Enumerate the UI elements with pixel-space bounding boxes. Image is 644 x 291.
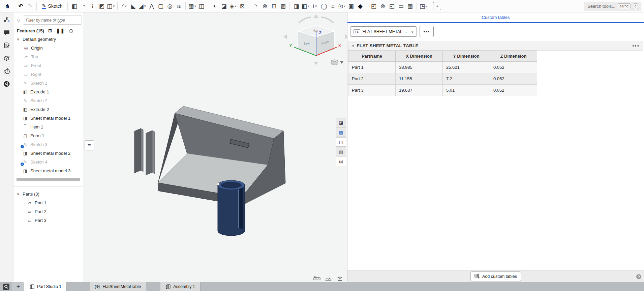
tree-item-extrude-1[interactable]: ◧Extrude 1: [13, 87, 83, 96]
delete-face-icon[interactable]: ⊗: [260, 1, 269, 11]
rib-icon[interactable]: ⋀: [147, 1, 156, 11]
graphics-canvas[interactable]: Top Left Front Z X Y ≣ ◪▦◫▥(x): [83, 12, 347, 282]
boolean-icon[interactable]: ◐: [210, 1, 219, 11]
document-tab-part-studio-1[interactable]: Part Studio 1: [24, 282, 67, 291]
parts-table-icon[interactable]: ▥: [336, 147, 346, 156]
table-cell[interactable]: 11.155: [396, 73, 443, 85]
tree-item-hem-1[interactable]: ⌒Hem 1: [13, 122, 83, 131]
tree-item-parts[interactable]: ∨ Parts (3): [13, 190, 83, 198]
table-cell[interactable]: 7.2: [443, 73, 490, 85]
custom-tables-tab[interactable]: Custom tables: [347, 12, 644, 23]
collapse-caret-icon[interactable]: ∨: [352, 44, 354, 48]
part-item[interactable]: ▱Part 3: [13, 216, 83, 225]
loft-icon[interactable]: ◩: [97, 1, 106, 11]
table-cell[interactable]: Part 1: [348, 62, 396, 73]
tree-item-front[interactable]: ▱Front: [19, 61, 83, 70]
search-model-icon[interactable]: [2, 79, 12, 89]
custom-tables-panel-icon[interactable]: ▦: [336, 127, 346, 137]
revolve-icon[interactable]: ◔: [79, 1, 88, 11]
tree-item-sketch-1[interactable]: ✎Sketch 1: [13, 79, 83, 87]
rollback-bar[interactable]: [17, 178, 80, 181]
split-icon[interactable]: ◪: [219, 1, 228, 11]
document-tab-assembly-1[interactable]: Assembly 1: [160, 282, 201, 291]
replace-face-icon[interactable]: ▨: [278, 1, 287, 11]
tag-icon[interactable]: ◆: [356, 1, 365, 11]
add-custom-tables-button[interactable]: Add custom tables: [470, 271, 521, 281]
table-cell[interactable]: 25.621: [443, 62, 490, 73]
mirror-icon[interactable]: ◫: [197, 1, 206, 11]
table-cell[interactable]: Part 2: [348, 73, 396, 85]
tree-item-sketch-2[interactable]: ✎Sketch 2: [13, 96, 83, 105]
variable-icon[interactable]: (x)∨: [337, 1, 346, 11]
helix-icon[interactable]: ≀∨: [310, 1, 319, 11]
versions-graph-icon[interactable]: [2, 14, 12, 25]
section-more-button[interactable]: •••: [632, 43, 640, 49]
tree-item-sketch-3[interactable]: ✎−Sketch 3: [13, 140, 83, 149]
reference-manager-icon[interactable]: ?: [2, 53, 12, 64]
thread-icon[interactable]: ≋: [174, 1, 183, 11]
part-item[interactable]: ▱Part 2: [13, 207, 83, 216]
table-cell[interactable]: 0.052: [490, 73, 537, 85]
table-cell[interactable]: 5.01: [443, 85, 490, 96]
chamfer-icon[interactable]: ◣: [129, 1, 138, 11]
sheet-metal-table-icon[interactable]: ▦: [405, 1, 415, 11]
undo-icon[interactable]: ↶: [16, 1, 25, 11]
flange-icon[interactable]: ◱: [387, 1, 396, 11]
table-options-button[interactable]: •••: [420, 26, 434, 37]
document-tab-flatsheetmetaltable[interactable]: {}FlatSheetMetalTable: [90, 282, 146, 291]
tree-item-sheet-metal-model-2[interactable]: ◨Sheet metal model 2: [13, 149, 83, 157]
table-cell[interactable]: 0.052: [490, 62, 537, 73]
feature-filter-input[interactable]: [23, 16, 82, 25]
table-cell[interactable]: 38.985: [396, 62, 443, 73]
angle-icon[interactable]: [325, 276, 332, 282]
offset-surface-icon[interactable]: ◨: [292, 1, 301, 11]
sweep-icon[interactable]: ≀: [88, 1, 97, 11]
extend-surface-icon[interactable]: ◧∨: [301, 1, 310, 11]
linear-pattern-icon[interactable]: ▦∨: [188, 1, 197, 11]
table-cell[interactable]: Part 3: [348, 85, 396, 96]
feature-list-icon[interactable]: ⋔: [3, 1, 12, 11]
comments-icon[interactable]: [2, 27, 12, 38]
redo-icon[interactable]: ↷: [25, 1, 34, 11]
tree-item-sheet-metal-model-1[interactable]: ◨Sheet metal model 1: [13, 114, 83, 122]
history-icon[interactable]: [2, 66, 12, 77]
shell-icon[interactable]: ▢: [156, 1, 165, 11]
suspend-rebuild-icon[interactable]: ❚❚: [56, 28, 65, 33]
tree-item-top[interactable]: ▱Top: [19, 52, 83, 61]
sheet-metal-model-icon[interactable]: ◰: [369, 1, 378, 11]
tree-item-sketch-4[interactable]: ✎−Sketch 4: [13, 157, 83, 166]
transform-icon[interactable]: ◈∨: [228, 1, 238, 11]
variables-table-icon[interactable]: (x): [336, 157, 346, 166]
delete-part-icon[interactable]: ⊠: [238, 1, 247, 11]
modify-fillet-icon[interactable]: ◝: [251, 1, 260, 11]
instances-icon[interactable]: ▣: [346, 1, 356, 11]
view-mode-button[interactable]: [331, 60, 343, 65]
add-tab-button[interactable]: +: [12, 282, 24, 291]
collapse-caret-icon[interactable]: ∨: [17, 37, 20, 41]
help-icon[interactable]: ?: [636, 274, 641, 279]
fillet-icon[interactable]: ◜∨: [120, 1, 129, 11]
measure-icon[interactable]: [313, 276, 320, 282]
regeneration-time-icon[interactable]: ◷: [69, 28, 73, 33]
document-notes-icon[interactable]: [2, 40, 12, 51]
hole-icon[interactable]: ◎: [165, 1, 174, 11]
sketch-button[interactable]: ✎ Sketch: [39, 3, 65, 9]
table-select-dropdown[interactable]: FS FLAT SHEET METAL ... ∨: [350, 26, 417, 37]
insert-custom-feature-button[interactable]: +: [433, 2, 441, 10]
tree-item-default-geometry[interactable]: ∨ Default geometry: [13, 35, 83, 43]
composite-part-icon[interactable]: ◳∨: [419, 1, 428, 11]
search-tools[interactable]: Search tools... alt/⌥ c: [584, 2, 641, 11]
configuration-table-icon[interactable]: ◫: [336, 137, 346, 147]
bend-icon[interactable]: ▭: [396, 1, 405, 11]
mass-properties-icon[interactable]: [336, 276, 343, 282]
feature-panel-flyout-toggle[interactable]: ≣: [85, 140, 94, 150]
tree-item-form-1[interactable]: ⋂Form 1: [13, 131, 83, 140]
table-section-header[interactable]: ∨ FLAT SHEET METAL TABLE •••: [348, 41, 643, 51]
move-face-icon[interactable]: ⊡: [269, 1, 278, 11]
tree-item-extrude-2[interactable]: ◧Extrude 2: [13, 105, 83, 114]
tree-item-right[interactable]: ▱Right: [19, 70, 83, 79]
thicken-icon[interactable]: ◫∨: [106, 1, 115, 11]
part-item[interactable]: ▱Part 1: [13, 198, 83, 207]
tree-item-origin[interactable]: ◎Origin: [19, 43, 83, 52]
filter-icon[interactable]: ▽: [17, 18, 21, 23]
